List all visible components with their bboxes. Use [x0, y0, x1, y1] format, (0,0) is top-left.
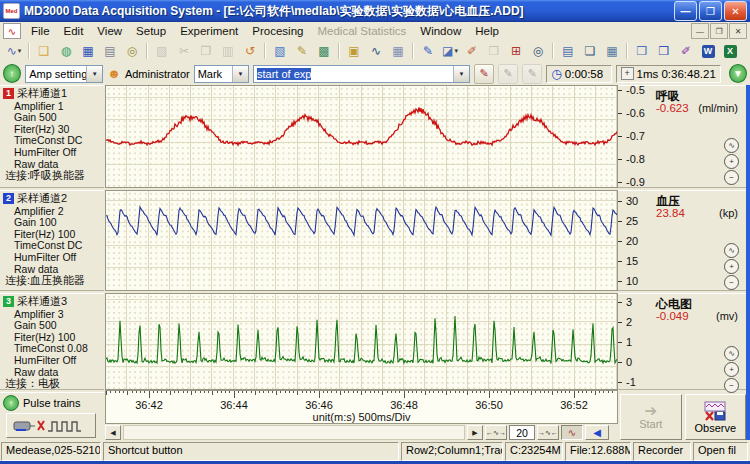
scale-zoom-in-button[interactable]: +	[724, 362, 739, 377]
start-button[interactable]: ➔ Start	[620, 394, 682, 440]
undo-button[interactable]: ↺	[240, 42, 260, 60]
axis-minor-tick	[399, 391, 400, 393]
sweep-mode-button[interactable]: ∿	[561, 425, 583, 440]
record-wave-button[interactable]: ∿▾	[4, 42, 24, 60]
pulse-trains-button[interactable]	[6, 413, 96, 438]
toolbar-separator	[264, 43, 266, 59]
combo-arrow-icon[interactable]: ▼	[232, 66, 248, 82]
lock-record-button[interactable]: ▣	[344, 42, 364, 60]
scale-zoom-out-button[interactable]: −	[724, 378, 739, 393]
scale-zoom-in-button[interactable]: +	[724, 154, 739, 169]
sweep-speed-input[interactable]: 20	[509, 425, 535, 440]
print-preview-button[interactable]: ◎	[122, 42, 142, 60]
event-combo[interactable]: start of exp ▼	[253, 65, 470, 83]
document-a-button[interactable]: ❒	[632, 42, 652, 60]
search-data-button[interactable]: ◎	[528, 42, 548, 60]
axis-minor-tick	[612, 391, 613, 393]
restore-button[interactable]: ❐	[699, 1, 722, 21]
axis-minor-tick	[272, 391, 273, 393]
axis-minor-tick	[463, 391, 464, 393]
mdi-restore-button[interactable]: ❐	[710, 23, 728, 39]
axis-minor-tick	[314, 391, 315, 393]
print-button[interactable]: ▤	[100, 42, 120, 60]
axis-minor-tick	[132, 391, 133, 393]
menu-help[interactable]: Help	[468, 24, 506, 38]
scale-tick	[618, 281, 622, 282]
report-list-button[interactable]: ▤	[558, 42, 578, 60]
mdi-minimize-button[interactable]: —	[691, 23, 709, 39]
scroll-right-button[interactable]: ▶	[467, 425, 483, 440]
close-button[interactable]: ✕	[724, 1, 747, 21]
scrollbar-track[interactable]	[123, 425, 465, 440]
scale-label: 20	[626, 235, 638, 247]
axis-minor-tick	[280, 391, 281, 393]
add-mark-button[interactable]: ✎	[474, 64, 494, 84]
scale-zoom-out-button[interactable]: −	[724, 275, 739, 290]
go-latest-button[interactable]: ▼	[729, 64, 747, 83]
save-file-button[interactable]: ▦	[78, 42, 98, 60]
menu-procesing[interactable]: Procesing	[245, 24, 310, 38]
combo-arrow-icon[interactable]: ▼	[453, 66, 469, 82]
word-export-button[interactable]: W	[698, 42, 718, 60]
network-button[interactable]: ◍	[56, 42, 76, 60]
menu-edit[interactable]: Edit	[57, 24, 91, 38]
excel-export-button[interactable]: X	[720, 42, 740, 60]
axis-major-tick	[404, 391, 405, 398]
expand-timebase-button[interactable]: →∿←	[537, 425, 559, 440]
scale-zoom-out-button[interactable]: −	[724, 170, 739, 185]
axis-minor-tick	[569, 391, 570, 393]
document-b-button[interactable]: ❒	[654, 42, 674, 60]
menu-experiment[interactable]: Experiment	[173, 24, 245, 38]
back-to-live-button[interactable]: ◀	[585, 425, 609, 440]
waveform-panel-1[interactable]	[105, 85, 618, 188]
combo-arrow-icon[interactable]: ▼	[86, 66, 102, 82]
menu-window[interactable]: Window	[413, 24, 468, 38]
menu-file[interactable]: File	[24, 24, 57, 38]
mark-pen-button[interactable]: ✎	[418, 42, 438, 60]
axis-minor-tick	[276, 391, 277, 395]
calendar-add-button[interactable]: ⊞	[506, 42, 526, 60]
cut-icon: ✂	[179, 45, 189, 57]
axis-minor-tick	[255, 391, 256, 395]
mark-combo[interactable]: Mark ▼	[194, 65, 249, 83]
minimize-button[interactable]: —	[674, 1, 697, 21]
open-file-button[interactable]: ❑	[34, 42, 54, 60]
export-picture-button[interactable]: ▩	[314, 42, 334, 60]
trace-1	[106, 86, 617, 187]
signal-value: -0.623	[656, 102, 689, 114]
scale-zoom-in-button[interactable]: +	[724, 259, 739, 274]
edit-notes-button[interactable]: ✎	[292, 42, 312, 60]
axis-minor-tick	[365, 391, 366, 393]
color-pens-button[interactable]: ✐	[676, 42, 696, 60]
scale-label: -0.5	[626, 84, 645, 96]
menu-setup[interactable]: Setup	[129, 24, 173, 38]
wave-monitor-button[interactable]: ∿	[366, 42, 386, 60]
scale-auto-button[interactable]: ∿	[724, 138, 739, 153]
mdi-close-button[interactable]: ✕	[729, 23, 747, 39]
waveform-panel-3[interactable]	[105, 293, 618, 390]
amp-setting-combo[interactable]: Amp setting ▼	[25, 65, 103, 83]
waveform-scroll-row: ◀ ▶ ←∿→ 20 →∿← ∿ ◀	[105, 425, 618, 440]
compress-timebase-button[interactable]: ←∿→	[485, 425, 507, 440]
stamp-tool-button[interactable]: ✐	[462, 42, 482, 60]
axis-minor-tick	[603, 391, 604, 393]
window-wave-button[interactable]: ❏	[580, 42, 600, 60]
copy-icon: ❐	[201, 45, 212, 57]
waveform-panel-2[interactable]	[105, 190, 618, 291]
menu-view[interactable]: View	[90, 24, 129, 38]
scale-tick	[618, 90, 622, 91]
axis-minor-tick	[187, 391, 188, 393]
axis-minor-tick	[591, 391, 592, 393]
data-grid-button[interactable]: ▦	[388, 42, 408, 60]
scale-auto-button[interactable]: ∿	[724, 243, 739, 258]
menu-medical-statistics: Medical Statistics	[310, 24, 413, 38]
pulse-toggle-icon[interactable]: ↑	[3, 395, 19, 411]
experiment-settings-button[interactable]: ▧	[270, 42, 290, 60]
expand-box-icon[interactable]: +	[621, 67, 634, 80]
chart-tool-button[interactable]: ◪▾	[440, 42, 460, 60]
timer-knob-icon[interactable]: ↑	[3, 64, 21, 83]
scale-auto-button[interactable]: ∿	[724, 346, 739, 361]
observe-button[interactable]: Observe	[685, 394, 747, 440]
scroll-left-button[interactable]: ◀	[105, 425, 121, 440]
table-view-button[interactable]: ▦	[602, 42, 622, 60]
